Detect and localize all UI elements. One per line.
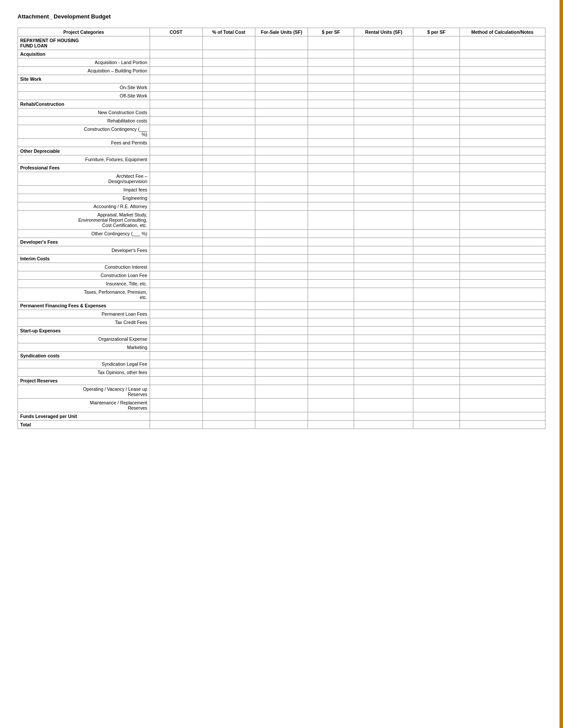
row-label: Construction Loan Fee: [18, 271, 150, 280]
empty-cell: [202, 230, 255, 238]
empty-cell: [354, 50, 413, 58]
empty-cell: [150, 172, 202, 186]
empty-cell: [308, 83, 354, 92]
data-row: Construction Loan Fee: [18, 271, 545, 280]
header-per-sf-2: $ per SF: [413, 28, 459, 36]
section-7: Interim Costs: [18, 255, 545, 263]
empty-cell: [354, 67, 413, 75]
empty-cell: [354, 155, 413, 164]
data-row: Developer's Fees: [18, 246, 545, 255]
empty-cell: [202, 302, 255, 310]
empty-cell: [150, 202, 202, 211]
empty-cell: [202, 318, 255, 327]
empty-cell: [459, 271, 545, 280]
section-3: Rehab/Construction: [18, 100, 545, 108]
empty-cell: [202, 186, 255, 194]
empty-cell: [354, 327, 413, 335]
data-row: Insurance, Title, etc.: [18, 280, 545, 288]
empty-cell: [413, 155, 459, 164]
empty-cell: [255, 139, 308, 147]
empty-cell: [413, 280, 459, 288]
empty-cell: [308, 263, 354, 271]
empty-cell: [255, 343, 308, 352]
empty-cell: [255, 327, 308, 335]
empty-cell: [308, 75, 354, 83]
empty-cell: [150, 36, 202, 50]
empty-cell: [255, 318, 308, 327]
empty-cell: [255, 230, 308, 238]
empty-cell: [459, 246, 545, 255]
section-label-10: Syndication costs: [18, 352, 150, 360]
empty-cell: [255, 302, 308, 310]
empty-cell: [150, 310, 202, 318]
empty-cell: [202, 238, 255, 246]
row-label: Developer's Fees: [18, 246, 150, 255]
empty-cell: [413, 335, 459, 343]
empty-cell: [202, 263, 255, 271]
empty-cell: [459, 385, 545, 399]
empty-cell: [459, 255, 545, 263]
empty-cell: [202, 343, 255, 352]
empty-cell: [255, 164, 308, 172]
empty-cell: [150, 385, 202, 399]
empty-cell: [354, 360, 413, 368]
empty-cell: [150, 412, 202, 421]
empty-cell: [202, 164, 255, 172]
empty-cell: [255, 147, 308, 155]
empty-cell: [255, 194, 308, 202]
empty-cell: [202, 67, 255, 75]
empty-cell: [459, 310, 545, 318]
data-row: Impact fees: [18, 186, 545, 194]
empty-cell: [413, 352, 459, 360]
empty-cell: [308, 211, 354, 230]
empty-cell: [413, 100, 459, 108]
data-row: Syndication Legal Fee: [18, 360, 545, 368]
empty-cell: [308, 255, 354, 263]
empty-cell: [308, 335, 354, 343]
empty-cell: [308, 164, 354, 172]
empty-cell: [413, 327, 459, 335]
row-label: Insurance, Title, etc.: [18, 280, 150, 288]
empty-cell: [459, 421, 545, 429]
row-label: Appraisal, Market Study,Environmental Re…: [18, 211, 150, 230]
empty-cell: [459, 108, 545, 117]
row-label: Off-Site Work: [18, 92, 150, 100]
empty-cell: [202, 360, 255, 368]
empty-cell: [255, 202, 308, 211]
row-label: Acquisition - Land Portion: [18, 58, 150, 67]
empty-cell: [308, 155, 354, 164]
empty-cell: [413, 302, 459, 310]
page-container: Attachment_ Development Budget Project C…: [0, 0, 563, 447]
section-2: Site Work: [18, 75, 545, 83]
row-label: Operating / Vacancy / Lease upReserves: [18, 385, 150, 399]
empty-cell: [459, 335, 545, 343]
empty-cell: [308, 67, 354, 75]
empty-cell: [413, 368, 459, 377]
empty-cell: [308, 117, 354, 125]
row-label: Taxes, Performance, Premium,etc.: [18, 288, 150, 302]
empty-cell: [202, 155, 255, 164]
empty-cell: [255, 238, 308, 246]
data-row: Rehabilitation costs: [18, 117, 545, 125]
data-row: Fees and Permits: [18, 139, 545, 147]
empty-cell: [354, 385, 413, 399]
empty-cell: [354, 318, 413, 327]
empty-cell: [308, 147, 354, 155]
empty-cell: [354, 230, 413, 238]
data-row: Marketing: [18, 343, 545, 352]
empty-cell: [459, 75, 545, 83]
row-label: Furniture, Fixtures, Equipment: [18, 155, 150, 164]
row-label: Impact fees: [18, 186, 150, 194]
empty-cell: [459, 238, 545, 246]
footer-row-1: Total: [18, 421, 545, 429]
empty-cell: [150, 194, 202, 202]
header-pct-total-cost: % of Total Cost: [202, 28, 255, 36]
empty-cell: [255, 377, 308, 385]
empty-cell: [354, 117, 413, 125]
section-label-9: Start-up Expenses: [18, 327, 150, 335]
empty-cell: [413, 246, 459, 255]
row-label: Architect Fee –Design/supervision: [18, 172, 150, 186]
empty-cell: [150, 421, 202, 429]
empty-cell: [308, 50, 354, 58]
empty-cell: [202, 255, 255, 263]
